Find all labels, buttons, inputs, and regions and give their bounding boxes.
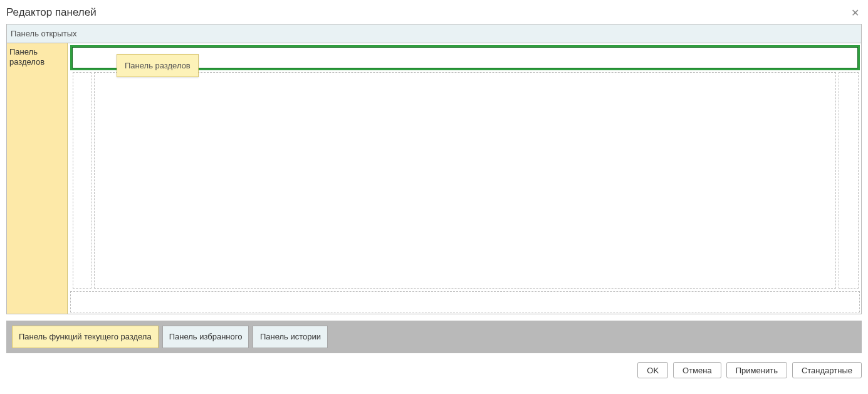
cancel-button[interactable]: Отмена <box>673 362 721 378</box>
palette-row: Панель функций текущего раздела Панель и… <box>6 321 862 353</box>
layout-left-panel-label: Панель разделов <box>9 47 44 67</box>
layout-center-area: Панель разделов <box>68 43 861 314</box>
palette-item-history[interactable]: Панель истории <box>253 326 328 348</box>
palette-item-label: Панель функций текущего раздела <box>19 333 152 341</box>
layout-top-bar[interactable]: Панель открытых <box>7 24 861 43</box>
window-title: Редактор панелей <box>6 6 97 19</box>
drop-zone-right-narrow[interactable] <box>839 72 859 289</box>
apply-button[interactable]: Применить <box>726 362 787 378</box>
title-bar: Редактор панелей ✕ <box>6 5 862 24</box>
ok-button[interactable]: OK <box>637 362 668 378</box>
layout-mid-row: Панель разделов Панель разделов <box>7 43 861 314</box>
palette-item-label: Панель истории <box>260 333 321 341</box>
drop-zone-main[interactable] <box>94 72 836 289</box>
palette-item-label: Панель избранного <box>169 333 243 341</box>
drop-zone-left-narrow[interactable] <box>73 72 92 289</box>
drop-zone-bottom[interactable] <box>70 291 860 312</box>
drop-target-top[interactable] <box>70 45 860 70</box>
layout-editor-frame: Панель открытых Панель разделов Панель р… <box>6 24 862 314</box>
layout-top-bar-label: Панель открытых <box>11 29 76 38</box>
palette-item-functions[interactable]: Панель функций текущего раздела <box>12 326 159 348</box>
palette-item-favorites[interactable]: Панель избранного <box>162 326 249 348</box>
standard-button[interactable]: Стандартные <box>792 362 862 378</box>
layout-left-panel[interactable]: Панель разделов <box>7 43 68 314</box>
close-icon[interactable]: ✕ <box>849 7 862 19</box>
footer-buttons: OK Отмена Применить Стандартные <box>6 362 862 378</box>
panel-editor-window: Редактор панелей ✕ Панель открытых Панел… <box>0 0 868 394</box>
